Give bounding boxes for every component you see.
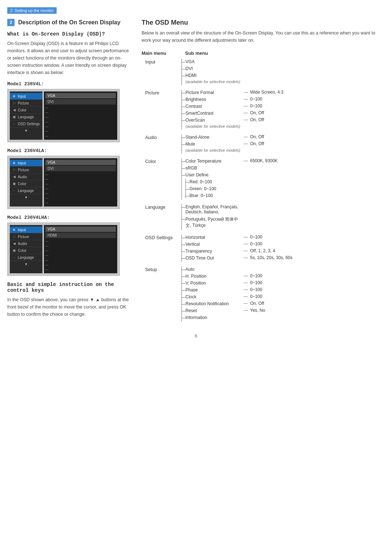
tree-sub-value: 0~100	[244, 287, 262, 292]
tree-sub-label: Reset	[185, 308, 244, 313]
menu-item-label: Input	[18, 228, 26, 232]
nav-arrow[interactable]: ▼	[10, 262, 42, 267]
model-3: Model 236V4LHA:⊕Input□Picture◀Audio▣Colo…	[7, 215, 131, 276]
menu-item-label: Picture	[18, 101, 29, 105]
tree-sub-value: 0~100	[244, 103, 262, 109]
menu-item-label: Language	[18, 115, 34, 119]
menu-dots: —	[45, 110, 116, 115]
menu-item-color[interactable]: ▣Color	[10, 247, 42, 254]
tree-sub-value: On, Off	[244, 117, 264, 122]
menu-item-picture[interactable]: □Picture	[10, 100, 42, 107]
left-column: 2 Description of the On Screen Display W…	[7, 19, 131, 326]
tree-sub-item: Contrast0~100	[185, 103, 385, 109]
tree-sub-item: Português, Русский 简体中文, Türkçe	[185, 216, 385, 229]
menu-item-icon: ◀	[12, 241, 16, 246]
tree-sub-label: Resolution Notification	[185, 301, 244, 306]
menu-option-dvi[interactable]: DVI	[45, 99, 116, 105]
menu-item-color[interactable]: ◀Color	[10, 107, 42, 114]
tree-sub-item: English, Español, Français, Deutsch, Ita…	[185, 204, 385, 214]
tree-sub-item: Auto	[185, 266, 385, 272]
tree-subs: English, Español, Français, Deutsch, Ita…	[181, 204, 385, 230]
nav-arrow[interactable]: ▼	[10, 195, 42, 200]
top-bar: 2. Setting up the monitor	[7, 7, 57, 14]
menu-option-dvi[interactable]: DVI	[45, 166, 116, 171]
menu-dots: —	[45, 248, 116, 253]
tree-sub-label: Picture Format	[185, 90, 244, 95]
menu-item-input[interactable]: ⊕Input	[10, 160, 42, 167]
menu-item-icon: ···	[12, 122, 16, 126]
model-title-2: Model 236V4LA:	[7, 148, 131, 154]
tree-note: (available for selective models)	[185, 124, 385, 128]
sub-menu-header: Sub menu	[185, 50, 250, 56]
tree-sub-value: 5s, 10s, 20s, 30s, 60s	[244, 255, 293, 260]
tree-sub-value: Wide Screen, 4:3	[244, 90, 283, 95]
monitor-ui-3: ⊕Input□Picture◀Audio▣Color···Language▼VG…	[7, 222, 120, 276]
menu-item-label: Language	[18, 189, 34, 193]
tree-sub-item: Phase0~100	[185, 287, 385, 293]
menu-item-icon: ◀	[12, 108, 16, 112]
tree-sub-label: English, Español, Français, Deutsch, Ita…	[185, 204, 244, 214]
menu-dots: —	[45, 119, 116, 124]
tree-sub-value: 6500K, 9300K	[244, 158, 278, 163]
menu-item-language[interactable]: ▣Language	[10, 114, 42, 120]
menu-item-icon: ◀	[12, 175, 16, 179]
user-define-label: Red: 0~100	[189, 179, 248, 184]
tree-sub-label: Auto	[185, 266, 244, 272]
tree-sub-label: Stand-Alone	[185, 134, 244, 140]
tree-main-label: OSD Settings	[145, 234, 181, 262]
tree-sub-label: sRGB	[185, 165, 244, 171]
menu-dots: —	[45, 181, 116, 186]
tree-sub-value: 0~100	[244, 97, 262, 102]
tree-sub-item: V. Position0~100	[185, 280, 385, 286]
menu-dots: —	[45, 253, 116, 258]
menu-dots: —	[45, 172, 116, 177]
menu-item-input[interactable]: ⊕Input	[10, 93, 42, 100]
tree-sub-label: DVI	[185, 66, 244, 71]
menu-item-picture[interactable]: □Picture	[10, 167, 42, 173]
menu-item-picture[interactable]: □Picture	[10, 233, 42, 240]
menu-option-vga[interactable]: VGA	[45, 226, 116, 232]
menu-option-hdmi[interactable]: HDMI	[45, 233, 116, 238]
tree-sub-label: SmartContrast	[185, 110, 244, 116]
tree-sub-value: Yes, No	[244, 308, 265, 313]
tree-note: (available for selective models)	[185, 148, 385, 152]
tree-sub-label: V. Position	[185, 280, 244, 286]
models-container: Model 236V4L:⊕Input□Picture◀Color▣Langua…	[7, 81, 131, 276]
tree-sub-label: HDMI	[185, 73, 244, 78]
menu-item-osd-settings[interactable]: ···OSD Settings	[10, 120, 42, 127]
model-1: Model 236V4L:⊕Input□Picture◀Color▣Langua…	[7, 81, 131, 142]
tree-sub-item: VGA	[185, 59, 385, 64]
menu-dots: —	[45, 124, 116, 129]
tree-sub-value: 0~100	[244, 241, 262, 246]
menu-item-label: OSD Settings	[18, 122, 40, 126]
tree-subs: VGADVIHDMI(available for selective model…	[181, 59, 385, 85]
monitor-ui-1: ⊕Input□Picture◀Color▣Language···OSD Sett…	[7, 89, 120, 142]
menu-dots: —	[45, 134, 116, 138]
menu-item-color[interactable]: ▣Color	[10, 180, 42, 187]
tree-sub-item: OverScanOn, Off	[185, 117, 385, 123]
tree-sub-item: SmartContrastOn, Off	[185, 110, 385, 116]
main-menu-header: Main menu	[142, 50, 185, 56]
tree-main-label: Picture	[145, 90, 181, 130]
menu-option-vga[interactable]: VGA	[45, 93, 116, 98]
instruction-body: In the OSD shown above, you can press ▼ …	[7, 296, 131, 318]
menu-item-language[interactable]: ···Language	[10, 187, 42, 194]
menu-item-audio[interactable]: ◀Audio	[10, 240, 42, 247]
tree-sub-item: OSD Time Out5s, 10s, 20s, 30s, 60s	[185, 255, 385, 261]
tree-sub-label: Color Temperature	[185, 158, 244, 164]
menu-dots: —	[45, 244, 116, 248]
menu-item-icon: ···	[12, 255, 16, 259]
tree-sub-item: Clock0~100	[185, 294, 385, 299]
tree-sub-label: VGA	[185, 59, 244, 64]
menu-option-vga[interactable]: VGA	[45, 160, 116, 165]
nav-arrow[interactable]: ▼	[10, 128, 42, 133]
menu-item-label: Input	[18, 94, 26, 98]
what-is-osd-body: On-Screen Display (OSD) is a feature in …	[7, 40, 131, 76]
menu-item-language[interactable]: ···Language	[10, 254, 42, 261]
menu-item-audio[interactable]: ◀Audio	[10, 173, 42, 180]
tree-sub-item: User Define	[185, 172, 385, 177]
tree-sub-label: H. Position	[185, 273, 244, 279]
menu-item-input[interactable]: ⊕Input	[10, 226, 42, 233]
menu-dots: —	[45, 129, 116, 134]
menu-item-icon: ⊕	[12, 228, 16, 232]
